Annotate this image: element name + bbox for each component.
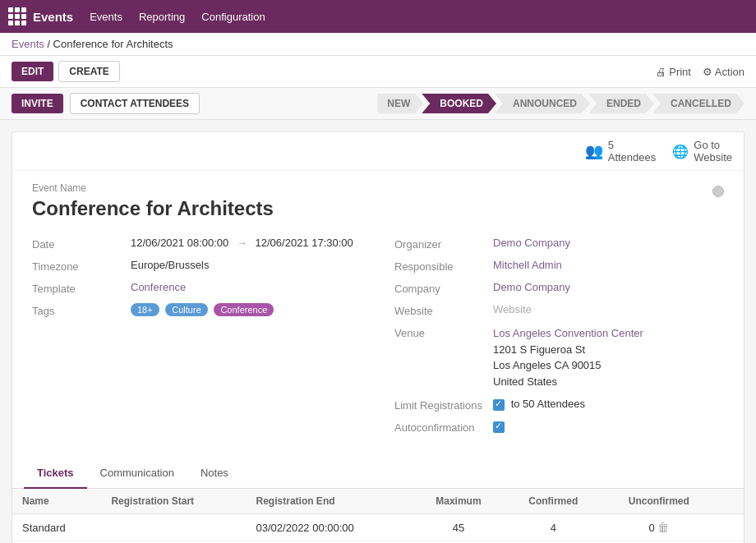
event-form: Event Name Conference for Architects Dat…	[12, 171, 744, 458]
field-tags: Tags 18+ Culture Conference	[32, 303, 362, 317]
action-bar-right: 🖨 Print ⚙ Action	[656, 66, 744, 78]
responsible-value: Mitchell Admin	[493, 259, 724, 271]
date-label: Date	[32, 237, 131, 251]
event-title: Conference for Architects	[32, 197, 724, 220]
timezone-value: Europe/Brussels	[131, 259, 362, 271]
tag-culture[interactable]: Culture	[165, 303, 207, 316]
pipeline-step-ended[interactable]: ENDED	[588, 94, 654, 113]
goto-website[interactable]: 🌐 Go to Website	[672, 139, 732, 163]
app-name: Events	[33, 10, 73, 24]
attendees-count: 5	[608, 139, 657, 151]
field-organizer: Organizer Demo Company	[394, 237, 724, 251]
field-venue: Venue Los Angeles Convention Center 1201…	[394, 325, 724, 389]
tab-communication[interactable]: Communication	[87, 458, 187, 489]
row-max: 45	[413, 514, 505, 541]
tags-label: Tags	[32, 303, 131, 317]
tabs: Tickets Communication Notes	[12, 458, 744, 489]
col-header-max: Maximum	[413, 489, 505, 514]
print-link[interactable]: 🖨 Print	[656, 66, 691, 78]
action-bar: EDIT CREATE 🖨 Print ⚙ Action	[0, 56, 756, 88]
col-header-name: Name	[12, 489, 101, 514]
form-grid: Date 12/06/2021 08:00:00 → 12/06/2021 17…	[32, 237, 724, 442]
invite-button[interactable]: INVITE	[12, 94, 63, 113]
tags-value: 18+ Culture Conference	[131, 303, 362, 316]
pipeline-step-cancelled[interactable]: CANCELLED	[652, 94, 744, 113]
delete-row-0-button[interactable]: 🗑	[657, 521, 669, 534]
col-header-reg-end: Registration End	[247, 489, 413, 514]
gear-icon: ⚙	[703, 66, 715, 78]
form-section-right: Organizer Demo Company Responsible Mitch…	[394, 237, 724, 442]
breadcrumb-parent[interactable]: Events	[12, 38, 44, 50]
tab-tickets[interactable]: Tickets	[24, 458, 87, 489]
autoconfirm-value	[493, 420, 724, 433]
table-row: Standard 03/02/2022 00:00:00 45 4 0 🗑	[12, 514, 744, 541]
tag-18[interactable]: 18+	[131, 303, 159, 316]
field-company: Company Demo Company	[394, 281, 724, 295]
tag-conference[interactable]: Conference	[214, 303, 274, 316]
row-unconfirmed: 0 🗑	[602, 514, 716, 541]
company-label: Company	[394, 281, 493, 295]
pipeline-step-new[interactable]: NEW	[377, 94, 423, 113]
event-card: 👥 5 Attendees 🌐 Go to Website Event Name…	[12, 131, 744, 543]
website-label: Website	[394, 303, 493, 317]
col-header-unconfirmed: Unconfirmed	[602, 489, 716, 514]
sub-action-bar: INVITE CONTACT ATTENDEES NEW BOOKED ANNO…	[0, 88, 756, 120]
col-header-reg-start: Registration Start	[101, 489, 246, 514]
field-date: Date 12/06/2021 08:00:00 → 12/06/2021 17…	[32, 237, 362, 251]
attendees-label: Attendees	[608, 151, 657, 163]
autoconfirm-label: Autoconfirmation	[394, 420, 493, 434]
status-pipeline: NEW BOOKED ANNOUNCED ENDED CANCELLED	[379, 94, 744, 113]
top-navigation: Events Events Reporting Configuration	[0, 0, 756, 33]
responsible-label: Responsible	[394, 259, 493, 273]
limit-value: to 50 Attendees	[493, 398, 724, 411]
attendees-icon: 👥	[585, 142, 603, 160]
col-header-confirmed: Confirmed	[505, 489, 602, 514]
field-limit: Limit Registrations to 50 Attendees	[394, 398, 724, 412]
action-link[interactable]: ⚙ Action	[703, 66, 744, 78]
date-value: 12/06/2021 08:00:00 → 12/06/2021 17:30:0…	[131, 237, 362, 249]
tickets-table: Name Registration Start Registration End…	[12, 489, 744, 543]
tab-notes[interactable]: Notes	[187, 458, 242, 489]
row-reg-start	[101, 514, 246, 541]
edit-button[interactable]: EDIT	[12, 62, 53, 81]
venue-label: Venue	[394, 325, 493, 339]
row-name: Standard	[12, 514, 101, 541]
event-name-label: Event Name	[32, 182, 724, 194]
goto-label: Go to Website	[694, 139, 732, 163]
row-extra	[716, 514, 744, 541]
contact-attendees-button[interactable]: CONTACT ATTENDEES	[70, 93, 200, 114]
organizer-value: Demo Company	[493, 237, 724, 249]
pipeline-step-announced[interactable]: ANNOUNCED	[495, 94, 590, 113]
template-label: Template	[32, 281, 131, 295]
field-website: Website Website	[394, 303, 724, 317]
template-value: Conference	[131, 281, 362, 293]
app-logo[interactable]: Events	[8, 7, 73, 25]
col-header-actions	[716, 489, 744, 514]
website-value: Website	[493, 303, 724, 315]
attendees-bar: 👥 5 Attendees 🌐 Go to Website	[12, 132, 744, 171]
print-icon: 🖨	[656, 66, 670, 78]
organizer-label: Organizer	[394, 237, 493, 251]
field-timezone: Timezone Europe/Brussels	[32, 259, 362, 273]
field-autoconfirm: Autoconfirmation	[394, 420, 724, 434]
grid-icon	[8, 7, 26, 25]
company-value: Demo Company	[493, 281, 724, 293]
limit-label: Limit Registrations	[394, 398, 493, 412]
venue-value: Los Angeles Convention Center 1201 S Fig…	[493, 325, 724, 389]
create-button[interactable]: CREATE	[58, 61, 119, 82]
breadcrumb: Events / Conference for Architects	[0, 33, 756, 56]
nav-events[interactable]: Events	[90, 11, 122, 23]
timezone-label: Timezone	[32, 259, 131, 273]
status-dot	[712, 186, 724, 197]
globe-icon: 🌐	[672, 144, 689, 159]
breadcrumb-separator: /	[47, 38, 53, 50]
form-section-left: Date 12/06/2021 08:00:00 → 12/06/2021 17…	[32, 237, 362, 442]
pipeline-step-booked[interactable]: BOOKED	[422, 94, 496, 113]
main-content: 👥 5 Attendees 🌐 Go to Website Event Name…	[0, 120, 756, 543]
nav-configuration[interactable]: Configuration	[201, 11, 265, 23]
attendees-info[interactable]: 👥 5 Attendees	[585, 139, 657, 163]
autoconfirm-checkbox[interactable]	[493, 421, 505, 433]
row-confirmed: 4	[505, 514, 602, 541]
nav-reporting[interactable]: Reporting	[139, 11, 185, 23]
limit-checkbox[interactable]	[493, 399, 505, 411]
